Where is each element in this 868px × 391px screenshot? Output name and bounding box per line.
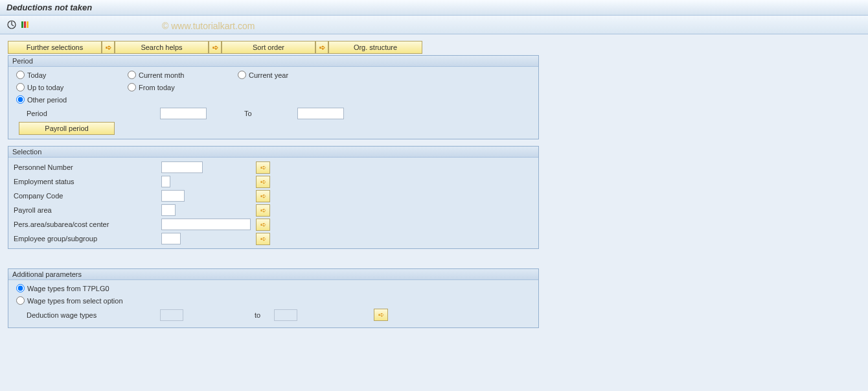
selection-header: Selection: [8, 147, 538, 158]
radio-today[interactable]: Today: [16, 71, 128, 79]
employee-group-input[interactable]: [161, 233, 181, 244]
arrow-right-icon: ➪: [260, 163, 266, 172]
arrow-right-icon: ➪: [106, 43, 111, 52]
radio-current-year[interactable]: Current year: [238, 71, 338, 79]
arrow-right-icon: ➪: [260, 220, 266, 229]
deduction-label: Deduction wage types: [16, 311, 160, 319]
further-selections-button[interactable]: Further selections: [8, 41, 102, 54]
company-code-multi-button[interactable]: ➪: [256, 190, 270, 202]
arrow-right-icon: ➪: [260, 178, 266, 186]
radio-wage-t7plg0[interactable]: Wage types from T7PLG0: [16, 284, 109, 292]
period-to-label: To: [207, 110, 297, 117]
company-code-label: Company Code: [12, 192, 161, 200]
sort-order-arrow[interactable]: ➪: [209, 41, 222, 54]
additional-header: Additional parameters: [8, 269, 538, 280]
additional-groupbox: Additional parameters Wage types from T7…: [8, 268, 539, 328]
page-title: Deductions not taken: [0, 0, 868, 16]
org-structure-arrow[interactable]: ➪: [315, 41, 328, 54]
deduction-multi-button[interactable]: ➪: [374, 309, 388, 321]
variant-icon[interactable]: [19, 19, 30, 30]
deduction-to-label: to: [183, 311, 274, 319]
content-area: Further selections ➪ Search helps ➪ Sort…: [0, 34, 868, 341]
app-toolbar: [0, 16, 868, 34]
search-helps-arrow[interactable]: ➪: [102, 41, 115, 54]
period-groupbox: Period Today Current month Current year …: [8, 55, 539, 139]
org-structure-button[interactable]: Org. structure: [328, 41, 422, 54]
employee-group-label: Employee group/subgroup: [12, 235, 161, 243]
period-to-input[interactable]: [297, 108, 344, 119]
period-label: Period: [16, 110, 160, 117]
payroll-area-label: Payroll area: [12, 206, 161, 214]
period-from-input[interactable]: [160, 108, 207, 119]
arrow-right-icon: ➪: [260, 206, 266, 215]
pers-area-label: Pers.area/subarea/cost center: [12, 220, 161, 228]
radio-from-today[interactable]: From today: [128, 83, 238, 91]
employee-group-multi-button[interactable]: ➪: [256, 233, 270, 245]
personnel-number-input[interactable]: [161, 161, 203, 173]
arrow-right-icon: ➪: [260, 235, 266, 243]
payroll-area-input[interactable]: [161, 204, 176, 216]
arrow-right-icon: ➪: [260, 192, 266, 200]
svg-rect-1: [21, 21, 23, 28]
radio-current-month[interactable]: Current month: [128, 71, 238, 79]
execute-icon[interactable]: [6, 19, 17, 30]
selection-buttons-row: Further selections ➪ Search helps ➪ Sort…: [8, 41, 860, 54]
pers-area-multi-button[interactable]: ➪: [256, 219, 270, 231]
personnel-number-label: Personnel Number: [12, 163, 161, 171]
svg-rect-2: [24, 21, 26, 28]
selection-groupbox: Selection Personnel Number ➪ Employment …: [8, 146, 539, 249]
period-header: Period: [8, 56, 538, 67]
deduction-from-input: [160, 309, 183, 321]
arrow-right-icon: ➪: [319, 43, 325, 52]
sort-order-button[interactable]: Sort order: [222, 41, 315, 54]
personnel-number-multi-button[interactable]: ➪: [256, 161, 270, 174]
employment-status-label: Employment status: [12, 178, 161, 185]
company-code-input[interactable]: [161, 190, 185, 202]
arrow-right-icon: ➪: [378, 311, 384, 319]
employment-status-multi-button[interactable]: ➪: [256, 176, 270, 188]
pers-area-input[interactable]: [161, 219, 251, 230]
radio-other-period[interactable]: Other period: [16, 95, 128, 104]
payroll-area-multi-button[interactable]: ➪: [256, 204, 270, 217]
svg-rect-3: [27, 21, 29, 28]
deduction-to-input: [274, 309, 297, 321]
radio-wage-select[interactable]: Wage types from select option: [16, 296, 123, 305]
arrow-right-icon: ➪: [212, 43, 218, 52]
payroll-period-button[interactable]: Payroll period: [19, 122, 115, 135]
radio-up-to-today[interactable]: Up to today: [16, 83, 128, 91]
search-helps-button[interactable]: Search helps: [115, 41, 209, 54]
employment-status-input[interactable]: [161, 176, 170, 187]
